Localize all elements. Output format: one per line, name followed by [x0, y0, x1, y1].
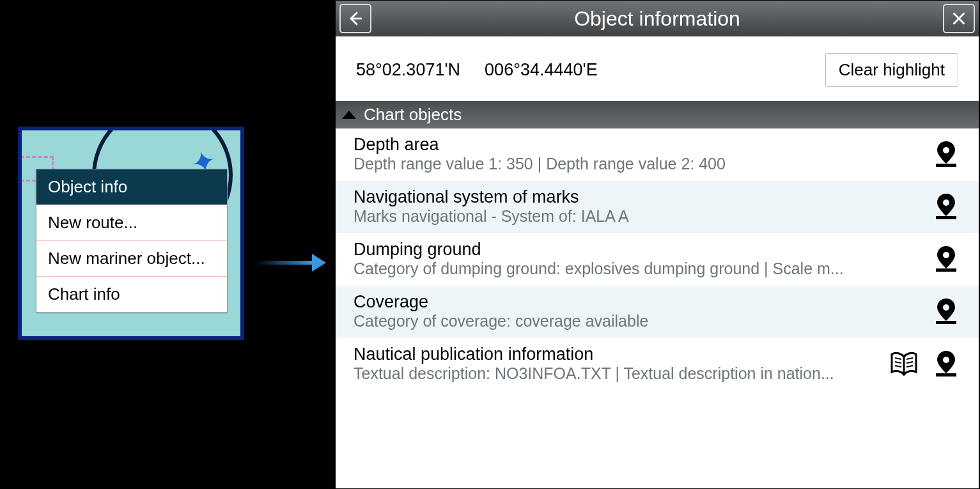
location-pin-icon[interactable]	[931, 192, 961, 221]
close-icon	[950, 10, 968, 27]
chart-object-row[interactable]: Nautical publication informationTextual …	[336, 338, 979, 391]
location-pin-icon[interactable]	[931, 349, 961, 378]
chart-object-icons	[931, 244, 961, 274]
object-info-dialog: Object information 58°02.3071'N 006°34.4…	[335, 0, 979, 489]
flow-arrow-icon	[256, 253, 326, 272]
chart-object-subtitle: Category of dumping ground: explosives d…	[354, 260, 852, 278]
chart-object-text: CoverageCategory of coverage: coverage a…	[354, 292, 924, 330]
latitude-value: 58°02.3071'N	[356, 60, 460, 80]
context-item-new-mariner-object[interactable]: New mariner object...	[36, 240, 227, 276]
chart-object-title: Nautical publication information	[354, 345, 882, 364]
section-header-chart-objects[interactable]: Chart objects	[336, 101, 979, 128]
chart-object-title: Dumping ground	[354, 240, 924, 260]
chart-object-text: Nautical publication informationTextual …	[354, 345, 882, 383]
chart-object-icons	[931, 139, 961, 169]
chart-thumbnail: ✦ Object info New route... New mariner o…	[18, 127, 244, 340]
chart-object-subtitle: Marks navigational - System of: IALA A	[354, 207, 852, 226]
chart-object-text: Dumping groundCategory of dumping ground…	[354, 240, 924, 278]
dialog-title: Object information	[336, 7, 979, 31]
chart-object-row[interactable]: Navigational system of marksMarks naviga…	[336, 181, 979, 233]
back-arrow-icon	[346, 10, 364, 27]
location-pin-icon[interactable]	[931, 244, 961, 274]
location-pin-icon[interactable]	[931, 139, 961, 169]
chart-object-subtitle: Textual description: NO3INFOA.TXT | Text…	[354, 364, 852, 383]
context-menu: Object info New route... New mariner obj…	[36, 169, 228, 313]
coordinates-row: 58°02.3071'N 006°34.4440'E Clear highlig…	[336, 36, 979, 101]
close-button[interactable]	[943, 4, 975, 33]
chart-object-icons	[889, 349, 961, 378]
context-item-new-route[interactable]: New route...	[36, 205, 227, 240]
book-icon[interactable]	[889, 349, 919, 378]
chart-object-title: Coverage	[354, 292, 924, 312]
context-item-object-info[interactable]: Object info	[36, 169, 227, 205]
titlebar: Object information	[336, 1, 979, 36]
chart-object-subtitle: Depth range value 1: 350 | Depth range v…	[354, 155, 852, 173]
clear-highlight-button[interactable]: Clear highlight	[825, 53, 958, 87]
context-item-chart-info[interactable]: Chart info	[36, 276, 227, 312]
chart-object-icons	[931, 297, 961, 326]
chart-object-row[interactable]: Dumping groundCategory of dumping ground…	[336, 233, 979, 286]
chart-object-row[interactable]: CoverageCategory of coverage: coverage a…	[336, 286, 979, 338]
back-button[interactable]	[339, 4, 371, 33]
section-header-label: Chart objects	[364, 105, 462, 125]
chart-object-text: Navigational system of marksMarks naviga…	[354, 187, 924, 226]
chart-object-list: Depth areaDepth range value 1: 350 | Dep…	[336, 128, 979, 488]
chart-object-icons	[931, 192, 961, 221]
longitude-value: 006°34.4440'E	[485, 60, 598, 80]
collapse-triangle-icon	[342, 111, 356, 119]
chart-object-row[interactable]: Depth areaDepth range value 1: 350 | Dep…	[336, 128, 979, 181]
chart-object-title: Depth area	[354, 135, 924, 155]
chart-object-subtitle: Category of coverage: coverage available	[354, 312, 852, 330]
chart-object-title: Navigational system of marks	[354, 187, 924, 207]
chart-object-text: Depth areaDepth range value 1: 350 | Dep…	[354, 135, 924, 173]
location-pin-icon[interactable]	[931, 297, 961, 326]
